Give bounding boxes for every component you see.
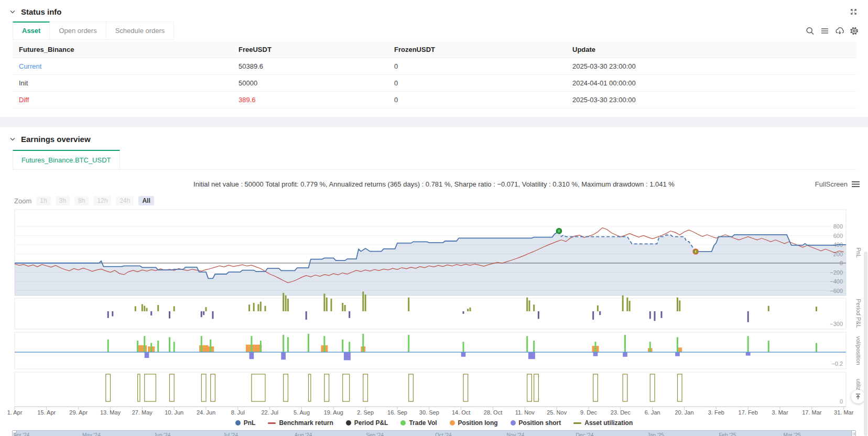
- trade-vol-bar: [408, 335, 409, 352]
- period-pnl-bar: [677, 298, 678, 311]
- trade-vol-bar: [526, 336, 528, 352]
- slider-month-label: Jun '24: [154, 432, 170, 436]
- trade-vol-bar: [150, 343, 152, 352]
- trade-vol-bar: [287, 337, 289, 352]
- legend-item-benchmark-return[interactable]: Benchmark return: [268, 419, 333, 427]
- legend-label: Period P&L: [354, 419, 388, 427]
- svg-text:600: 600: [833, 233, 843, 239]
- dashboard-page: Status info Asset Open orders Schedule o…: [0, 0, 868, 436]
- datazoom-slider[interactable]: Apr '24May '24Jun '24Jul '24Aug '24Sep '…: [13, 430, 855, 436]
- zoom-3h-button[interactable]: 3h: [56, 196, 70, 205]
- svg-text:10. Jun: 10. Jun: [165, 409, 183, 416]
- tab-open-orders[interactable]: Open orders: [50, 21, 106, 40]
- trade-vol-bar: [349, 342, 350, 352]
- period-pnl-bar: [287, 299, 289, 311]
- trade-vol-bar: [201, 336, 202, 352]
- zoom-12h-button[interactable]: 12h: [93, 196, 111, 205]
- zoom-24h-button[interactable]: 24h: [116, 196, 134, 205]
- utilization-bar: [309, 374, 311, 401]
- svg-text:−0.2: −0.2: [831, 361, 843, 367]
- row-diff-label: Diff: [13, 92, 232, 108]
- gear-icon[interactable]: [850, 26, 859, 35]
- legend-item-position-short[interactable]: Position short: [511, 419, 561, 427]
- trade-vol-bar: [816, 343, 817, 352]
- trade-vol-bar: [260, 341, 262, 352]
- period-pnl-bar: [408, 298, 409, 311]
- svg-text:11. Nov: 11. Nov: [515, 409, 535, 416]
- chart-panels: 8006004002000−200−400−600−300−0.201. Apr…: [7, 210, 862, 416]
- svg-text:14. Oct: 14. Oct: [452, 409, 470, 416]
- page-scrollbar[interactable]: [864, 252, 867, 436]
- legend-swatch: [400, 420, 406, 426]
- svg-text:3. Mar: 3. Mar: [772, 409, 788, 416]
- performance-stats: Initial net value : 50000 Total profit: …: [0, 180, 868, 188]
- svg-text:3. Feb: 3. Feb: [708, 409, 724, 416]
- position-short-bar: [593, 352, 598, 356]
- tab-futures-binance-btc-usdt[interactable]: Futures_Binance.BTC_USDT: [13, 150, 120, 169]
- period-pnl-bar: [265, 306, 266, 311]
- position-long-bar: [199, 345, 208, 352]
- legend-swatch: [268, 422, 276, 424]
- zoom-8h-button[interactable]: 8h: [74, 196, 89, 205]
- collapse-chevron-icon[interactable]: [9, 136, 16, 143]
- scroll-to-top-button[interactable]: [851, 390, 865, 404]
- legend-label: Benchmark return: [279, 419, 333, 427]
- slider-month-label: Mar '25: [784, 432, 801, 436]
- row-current-free: 50389.6: [232, 58, 388, 75]
- legend-item-asset-utilization[interactable]: Asset utilization: [573, 419, 633, 427]
- utilization-bar: [343, 374, 350, 401]
- legend-label: Asset utilization: [584, 419, 633, 427]
- asset-table-header: Futures_Binance FreeUSDT FrozenUSDT Upda…: [13, 41, 856, 58]
- asset-table: Futures_Binance FreeUSDT FrozenUSDT Upda…: [13, 41, 856, 108]
- trade-vol-bar: [533, 341, 535, 352]
- period-pnl-bar: [253, 303, 255, 311]
- trade-vol-bar: [595, 342, 596, 352]
- utilization-bar: [678, 374, 682, 401]
- earnings-chart[interactable]: 8006004002000−200−400−600−300−0.201. Apr…: [0, 209, 868, 418]
- legend-item-position-long[interactable]: Position long: [450, 419, 498, 427]
- collapse-chevron-icon[interactable]: [9, 9, 16, 15]
- legend-label: Trade Vol: [409, 419, 437, 427]
- slider-right-handle[interactable]: [851, 430, 856, 436]
- position-long-bar: [138, 345, 147, 352]
- earnings-section: Earnings overview Futures_Binance.BTC_US…: [0, 127, 868, 436]
- cloud-download-icon[interactable]: [835, 26, 844, 35]
- period-pnl-bar: [362, 291, 364, 311]
- legend-item-pnl[interactable]: PnL: [235, 419, 256, 427]
- period-pnl-bar: [306, 311, 307, 320]
- zoom-all-button[interactable]: All: [138, 196, 154, 205]
- fullscreen-label[interactable]: FullScreen: [815, 180, 848, 188]
- tab-asset[interactable]: Asset: [13, 21, 50, 40]
- slider-month-label: Aug '24: [295, 432, 312, 436]
- expand-icon[interactable]: [850, 8, 858, 16]
- section-divider: [0, 117, 868, 127]
- fullscreen-button[interactable]: FullScreen: [815, 180, 860, 188]
- earnings-header: Earnings overview: [0, 127, 868, 148]
- list-icon[interactable]: [820, 26, 829, 35]
- utilization-bar: [650, 374, 655, 401]
- panel-axis-name: PnL: [855, 247, 862, 258]
- utilization-bar: [363, 374, 368, 401]
- row-current-label[interactable]: Current: [13, 58, 232, 75]
- chart-canvas[interactable]: 8006004002000−200−400−600−300−0.201. Apr…: [0, 209, 868, 416]
- utilization-bar: [284, 374, 288, 401]
- trade-vol-bar: [323, 336, 325, 352]
- tab-schedule-orders[interactable]: Schedule orders: [106, 21, 175, 40]
- search-icon[interactable]: [806, 26, 815, 35]
- trade-vol-bar: [157, 341, 159, 352]
- zoom-1h-button[interactable]: 1h: [36, 196, 50, 205]
- legend-item-period-p-l[interactable]: Period P&L: [346, 419, 388, 427]
- period-pnl-bar: [144, 306, 145, 311]
- svg-text:30. Sep: 30. Sep: [419, 409, 439, 416]
- menu-icon[interactable]: [852, 181, 860, 188]
- svg-text:27. May: 27. May: [132, 409, 153, 416]
- zoom-label: Zoom: [14, 197, 31, 205]
- period-pnl-bar: [747, 311, 749, 322]
- slider-month-label: Feb '25: [719, 432, 736, 436]
- period-pnl-bar: [816, 307, 817, 311]
- period-pnl-bar: [323, 293, 325, 311]
- period-pnl-bar: [599, 311, 601, 315]
- trade-vol-bar: [107, 340, 109, 352]
- legend-item-trade-vol[interactable]: Trade Vol: [400, 419, 437, 427]
- svg-text:6. Jan: 6. Jan: [645, 409, 660, 416]
